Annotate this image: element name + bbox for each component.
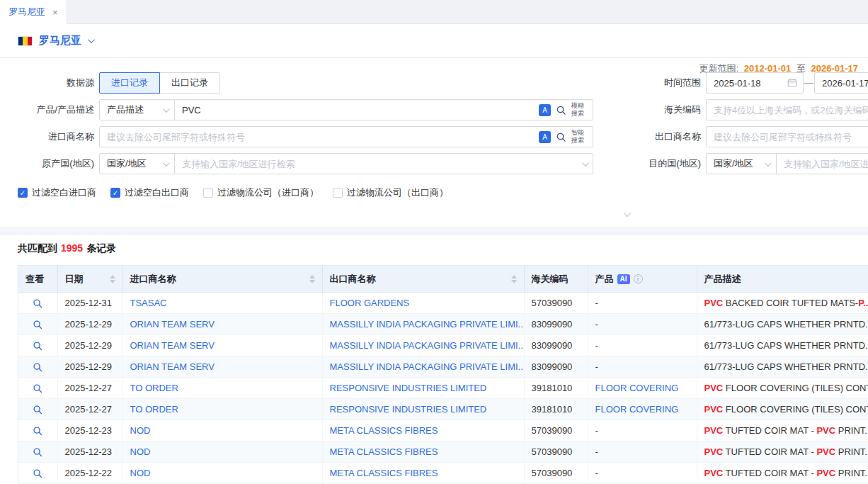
destination-country-input[interactable] [784,159,868,169]
exporter-link[interactable]: MASSILLY INDIA PACKAGING PRIVATE LIMI... [330,340,525,351]
importer-link[interactable]: TO ORDER [130,383,178,393]
row-date: 2025-12-29 [57,314,122,335]
view-detail-icon[interactable] [33,405,42,415]
view-detail-icon[interactable] [33,383,42,393]
view-detail-icon[interactable] [33,320,42,330]
importer-field[interactable]: A 智能搜索 [99,126,593,147]
tab-romania[interactable]: 罗马尼亚 × [0,0,67,24]
fuzzy-search-label[interactable]: 模糊搜索 [571,102,587,118]
exporter-input[interactable] [714,132,868,142]
hs-code-input[interactable] [714,105,868,116]
row-product: - [588,293,697,314]
row-date: 2025-12-23 [57,441,122,463]
calendar-icon [787,78,797,88]
row-date: 2025-12-27 [57,399,122,420]
product-link[interactable]: FLOOR COVERING [595,383,679,393]
view-detail-icon[interactable] [33,362,42,372]
destination-country-select[interactable]: 国家/地区 [706,153,777,174]
checkbox-unchecked-icon[interactable] [333,188,343,198]
row-product-desc: 61/773-LUG CAPS WHETHER PRNTD... [697,335,868,356]
importer-link[interactable]: ORIAN TEAM SERV [130,361,215,372]
importer-link[interactable]: TO ORDER [130,404,178,415]
date-start-input[interactable] [714,78,782,89]
exporter-field[interactable] [706,126,868,147]
destination-country-select-value: 国家/地区 [714,157,753,170]
column-label: 产品 [595,273,614,286]
filter-checkbox[interactable]: 过滤物流公司（进口商） [203,186,319,199]
exporter-link[interactable]: META CLASSICS FIBRES [330,446,438,457]
row-product: - [588,356,697,378]
importer-link[interactable]: NOD [130,425,151,436]
sort-icon[interactable] [511,275,517,283]
importer-link[interactable]: NOD [130,468,151,478]
column-header-date[interactable]: 日期 [57,266,122,293]
export-records-button[interactable]: 出口记录 [159,72,220,94]
origin-country-select[interactable]: 国家/地区 [99,153,175,174]
page-title: 罗马尼亚 [39,34,81,47]
collapse-panel-button[interactable] [617,208,634,220]
row-date: 2025-12-27 [57,378,122,399]
view-detail-icon[interactable] [33,447,42,457]
table-row: 2025-12-31 TSASAC FLOOR GARDENS 57039090… [18,293,868,314]
exporter-link[interactable]: FLOOR GARDENS [330,298,410,308]
hs-code-field[interactable] [706,99,868,120]
product-link[interactable]: FLOOR COVERING [595,404,679,415]
exporter-link[interactable]: MASSILLY INDIA PACKAGING PRIVATE LIMI... [330,319,525,330]
row-date: 2025-12-22 [57,463,122,484]
view-detail-icon[interactable] [33,468,42,478]
view-detail-icon[interactable] [33,298,42,308]
tab-close-icon[interactable]: × [52,8,58,17]
exporter-link[interactable]: RESPONSIVE INDUSTRIES LIMITED [330,383,487,393]
exporter-link[interactable]: META CLASSICS FIBRES [330,468,438,478]
view-detail-icon[interactable] [33,341,42,351]
translate-icon[interactable]: A [539,104,551,116]
column-header-product: 产品AIi [588,266,697,293]
view-detail-icon[interactable] [33,426,42,436]
smart-search-icon[interactable] [556,132,566,142]
importer-link[interactable]: ORIAN TEAM SERV [130,319,215,330]
checkbox-checked-icon[interactable]: ✓ [110,188,120,198]
origin-country-input[interactable] [182,159,577,169]
column-header-exporter[interactable]: 出口商名称 [322,266,524,293]
date-end-input[interactable] [822,78,868,89]
product-input[interactable] [182,105,534,116]
column-header-importer[interactable]: 进口商名称 [122,266,322,293]
row-product: - [588,463,697,484]
filter-checkbox-label: 过滤空白出口商 [125,186,189,199]
sort-icon[interactable] [110,275,115,283]
translate-icon[interactable]: A [539,131,551,143]
fuzzy-search-icon[interactable] [556,105,566,116]
column-label: 查看 [25,273,44,286]
row-product-desc: PVC FLOOR COVERING (TILES) CONT... [697,378,868,399]
importer-link[interactable]: ORIAN TEAM SERV [130,340,215,351]
results-count: 1995 [61,242,83,254]
results-summary: 共匹配到1995条记录 [18,242,116,255]
results-table: 查看日期进口商名称出口商名称海关编码产品AIi产品描述 2025-12-31 T… [18,265,868,484]
importer-link[interactable]: NOD [130,446,151,457]
checkbox-unchecked-icon[interactable] [203,188,213,198]
checkbox-checked-icon[interactable]: ✓ [18,188,28,198]
chevron-down-icon[interactable] [88,36,95,43]
sort-icon[interactable] [309,275,315,283]
ai-badge: AI [617,274,630,284]
importer-input[interactable] [107,132,534,142]
date-start-field[interactable] [706,72,804,94]
filter-checkbox[interactable]: ✓过滤空白进口商 [18,186,96,199]
importer-link[interactable]: TSASAC [130,298,167,308]
destination-country-field[interactable] [776,153,868,174]
exporter-link[interactable]: MASSILLY INDIA PACKAGING PRIVATE LIMI... [330,361,525,372]
table-row: 2025-12-27 TO ORDER RESPONSIVE INDUSTRIE… [18,378,868,399]
row-date: 2025-12-29 [57,335,122,356]
filter-checkbox[interactable]: ✓过滤空白出口商 [110,186,189,199]
import-records-button[interactable]: 进口记录 [99,72,160,94]
product-field[interactable]: A 模糊搜索 [174,99,593,120]
exporter-link[interactable]: META CLASSICS FIBRES [330,425,438,436]
origin-country-field[interactable] [174,153,593,174]
filter-checkbox[interactable]: 过滤物流公司（出口商） [333,186,448,199]
row-date: 2025-12-23 [57,420,122,441]
row-product: - [588,314,697,335]
smart-search-label[interactable]: 智能搜索 [571,129,587,145]
date-end-field[interactable] [814,72,868,94]
product-type-select[interactable]: 产品描述 [99,99,175,120]
exporter-link[interactable]: RESPONSIVE INDUSTRIES LIMITED [330,404,487,415]
